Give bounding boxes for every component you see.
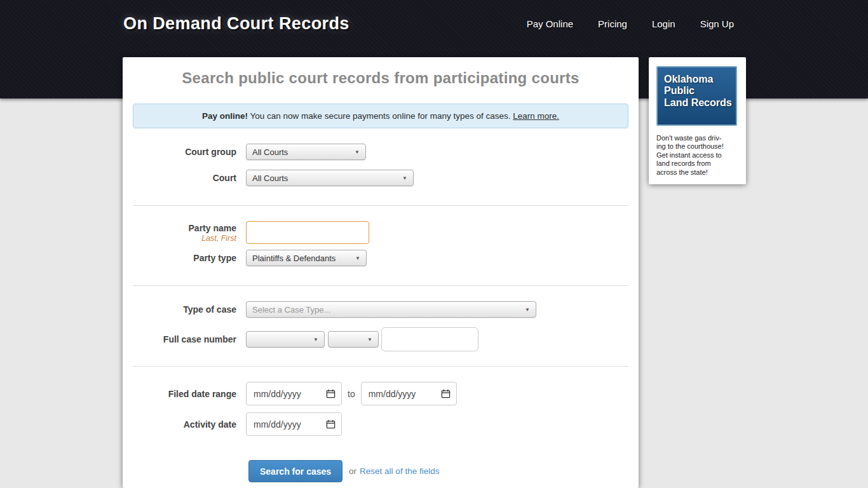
chevron-down-icon: ▼ — [355, 255, 360, 261]
filed-date-end-input[interactable] — [367, 388, 441, 400]
sidebar-ad: Oklahoma Public Land Records Don't waste… — [649, 57, 746, 184]
date-range-to-text: to — [348, 389, 355, 399]
oklahoma-land-records-logo[interactable]: Oklahoma Public Land Records — [656, 66, 737, 126]
chevron-down-icon: ▼ — [367, 337, 372, 342]
party-type-row: Party type Plaintiffs & Defendants ▼ — [133, 250, 628, 266]
divider — [133, 366, 628, 367]
filed-date-start-field — [246, 382, 342, 405]
sidebar-ad-text: Don't waste gas driv- ing to the courtho… — [656, 134, 738, 177]
case-type-label: Type of case — [133, 304, 236, 315]
page-title: Search public court records from partici… — [133, 57, 628, 87]
party-name-label: Party name — [133, 223, 236, 233]
site-title: On Demand Court Records — [123, 14, 349, 34]
court-label: Court — [133, 173, 236, 183]
activity-date-input[interactable] — [252, 419, 326, 430]
ad-text-line: land records from — [656, 159, 738, 168]
learn-more-link[interactable]: Learn more. — [513, 111, 559, 121]
court-select[interactable]: All Courts ▼ — [246, 170, 414, 186]
nav-login[interactable]: Login — [652, 18, 675, 29]
pay-online-alert: Pay online! You can now make secure paym… — [133, 104, 628, 128]
search-panel: Search public court records from partici… — [123, 57, 639, 488]
or-text: or — [349, 466, 356, 476]
calendar-icon[interactable] — [326, 419, 336, 429]
ad-text-line: Get instant access to — [656, 151, 738, 159]
alert-bold-text: Pay online! — [202, 111, 248, 121]
party-type-selected-value: Plaintiffs & Defendants — [252, 254, 336, 263]
case-type-placeholder: Select a Case Type... — [252, 305, 330, 315]
ad-text-line: across the state! — [656, 168, 738, 177]
logo-line: Public — [664, 85, 736, 97]
logo-line: Land Records — [664, 97, 736, 109]
logo-line: Oklahoma — [664, 74, 736, 85]
filed-date-start-input[interactable] — [252, 388, 326, 400]
case-number-input[interactable] — [381, 327, 478, 351]
chevron-down-icon: ▼ — [402, 175, 407, 181]
court-selected-value: All Courts — [252, 173, 288, 183]
filed-date-end-field — [361, 382, 457, 405]
calendar-icon[interactable] — [326, 389, 336, 398]
chevron-down-icon: ▼ — [525, 307, 530, 313]
reset-link[interactable]: Reset all of the fields — [360, 466, 439, 476]
party-type-label: Party type — [133, 253, 236, 263]
top-bar: On Demand Court Records Pay Online Prici… — [0, 0, 868, 47]
case-number-row: Full case number ▼ ▼ — [133, 327, 628, 351]
party-name-input[interactable] — [246, 221, 369, 244]
filed-date-label: Filed date range — [133, 389, 236, 399]
court-row: Court All Courts ▼ — [133, 170, 628, 186]
party-name-row: Party name Last, First — [133, 221, 628, 244]
activity-date-field — [246, 412, 342, 436]
case-type-row: Type of case Select a Case Type... ▼ — [133, 301, 628, 318]
case-number-type-select[interactable]: ▼ — [328, 331, 379, 348]
calendar-icon[interactable] — [441, 389, 451, 398]
court-group-row: Court group All Courts ▼ — [133, 144, 628, 160]
nav-pricing[interactable]: Pricing — [598, 18, 627, 29]
activity-date-label: Activity date — [133, 419, 236, 430]
nav-pay-online[interactable]: Pay Online — [527, 18, 573, 29]
party-type-select[interactable]: Plaintiffs & Defendants ▼ — [246, 250, 367, 266]
top-nav: Pay Online Pricing Login Sign Up — [502, 18, 734, 29]
case-type-select[interactable]: Select a Case Type... ▼ — [246, 301, 536, 318]
nav-sign-up[interactable]: Sign Up — [700, 18, 734, 29]
submit-row: Search for cases or Reset all of the fie… — [133, 460, 628, 482]
case-number-label: Full case number — [133, 334, 236, 344]
court-group-label: Court group — [133, 147, 236, 157]
ad-text-line: Don't waste gas driv- — [656, 134, 738, 142]
chevron-down-icon: ▼ — [355, 149, 360, 155]
case-number-year-select[interactable]: ▼ — [246, 331, 325, 348]
divider — [133, 205, 628, 206]
party-name-hint: Last, First — [133, 234, 236, 243]
divider — [133, 285, 628, 286]
search-button[interactable]: Search for cases — [248, 460, 342, 482]
chevron-down-icon: ▼ — [313, 337, 318, 342]
filed-date-row: Filed date range to — [133, 382, 628, 405]
court-group-select[interactable]: All Courts ▼ — [246, 144, 366, 160]
activity-date-row: Activity date — [133, 412, 628, 436]
search-form: Court group All Courts ▼ Court All Court… — [133, 144, 628, 482]
court-group-selected-value: All Courts — [252, 147, 288, 157]
page: On Demand Court Records Pay Online Prici… — [0, 0, 868, 488]
ad-text-line: ing to the courthouse! — [656, 142, 738, 151]
alert-text: You can now make secure payments online … — [250, 111, 510, 121]
